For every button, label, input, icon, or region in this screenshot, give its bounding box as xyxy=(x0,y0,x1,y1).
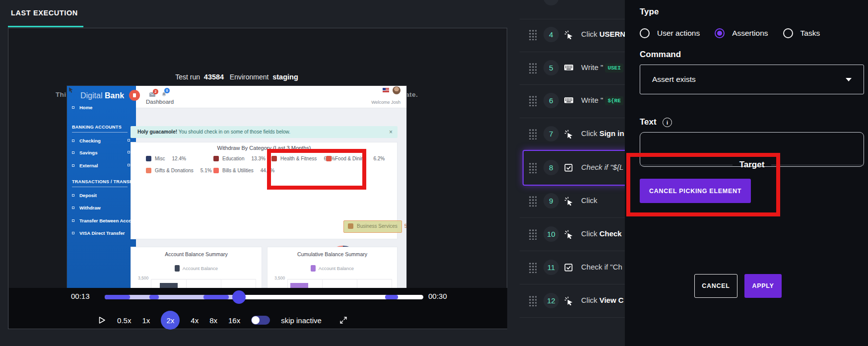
drag-handle-icon[interactable] xyxy=(529,95,536,106)
drag-handle-icon[interactable] xyxy=(529,129,536,139)
square-bullet-icon xyxy=(128,139,130,141)
legend-business-services: Business Services5.2% xyxy=(348,223,406,229)
drag-handle-icon[interactable] xyxy=(529,196,536,207)
type-radio-group: User actions Assertions Tasks xyxy=(640,28,820,38)
apply-button[interactable]: APPLY xyxy=(744,274,782,298)
annotation-box-legend xyxy=(267,149,366,190)
cursor-click-icon xyxy=(564,197,573,206)
sidebar-item-visa-direct-transfer[interactable]: VISA Direct Transfer xyxy=(72,230,125,236)
alert-bold: Holy guacamole! xyxy=(137,129,177,135)
speed-4x[interactable]: 4x xyxy=(191,316,199,325)
drag-handle-icon[interactable] xyxy=(529,229,536,240)
cursor-click-icon xyxy=(564,30,573,39)
step-3-partial xyxy=(543,0,559,5)
picked-element-highlight: Business Services5.2% xyxy=(343,220,402,233)
drag-handle-icon[interactable] xyxy=(529,295,536,306)
scrubber-thumb[interactable] xyxy=(232,290,246,304)
speed-1x[interactable]: 1x xyxy=(142,316,150,325)
sidebar-item-deposit[interactable]: Deposit xyxy=(72,193,97,198)
command-select[interactable]: Assert exists xyxy=(640,65,864,94)
sidebar-item-savings[interactable]: Savings xyxy=(72,150,97,155)
environment-value: staging xyxy=(272,73,298,81)
radio-circle-icon xyxy=(640,28,650,38)
skip-inactive-toggle[interactable] xyxy=(251,316,270,325)
bell-badge: 0 xyxy=(164,88,170,93)
alert-close-icon[interactable]: × xyxy=(389,129,393,136)
square-bullet-icon xyxy=(72,194,74,197)
timeline-scrubber[interactable] xyxy=(105,295,423,299)
square-bullet-icon xyxy=(72,139,74,142)
mail-badge: 2 xyxy=(153,89,158,94)
avatar[interactable] xyxy=(393,86,401,94)
cancel-button[interactable]: CANCEL xyxy=(694,274,737,298)
sidebar-item-withdraw[interactable]: Withdraw xyxy=(72,205,101,210)
page-title: Dashboard xyxy=(146,99,174,105)
speed-0-5x[interactable]: 0.5x xyxy=(117,316,131,325)
card-title: Account Balance Summary xyxy=(131,251,262,257)
radio-selected-icon xyxy=(715,28,725,38)
speed-8x[interactable]: 8x xyxy=(209,316,217,325)
test-editor-app: LAST EXECUTION Test run 43584 Environmen… xyxy=(0,0,868,346)
legend-gifts-donations: Gifts & Donations5.1% xyxy=(146,168,212,173)
test-run-info: Test run 43584 Environment staging xyxy=(8,73,465,81)
text-heading: Text xyxy=(640,117,657,127)
drag-handle-icon[interactable] xyxy=(529,63,536,73)
bar-account-balance xyxy=(160,283,178,288)
cursor-click-icon xyxy=(564,296,573,305)
square-bullet-icon xyxy=(72,207,74,209)
sidebar-item-checking[interactable]: Checking xyxy=(72,138,101,143)
step-number: 7 xyxy=(543,126,559,141)
square-bullet-icon xyxy=(72,106,74,109)
tab-last-execution[interactable]: LAST EXECUTION xyxy=(11,9,78,17)
play-icon[interactable] xyxy=(97,316,106,325)
account-balance-card: Account Balance Summary Account Balance … xyxy=(131,247,262,288)
speed-2x-active[interactable]: 2x xyxy=(161,311,180,330)
step-number: 8 xyxy=(543,160,559,175)
variable-chip: USEI xyxy=(605,64,623,72)
bank-topbar: Dashboard Welcome Josh xyxy=(136,86,406,108)
square-bullet-icon xyxy=(128,164,130,166)
square-bullet-icon xyxy=(72,232,74,234)
drag-handle-icon[interactable] xyxy=(529,29,536,40)
total-time: 00:30 xyxy=(428,292,447,300)
step-number: 10 xyxy=(543,226,559,242)
drag-handle-icon[interactable] xyxy=(529,162,536,173)
bank-logo: Digital Bank xyxy=(80,91,124,100)
sidebar-item-external[interactable]: External xyxy=(72,163,98,168)
cursor-click-icon xyxy=(564,230,573,239)
chevron-down-icon xyxy=(846,78,852,81)
bank-sidebar: Digital Bank Home BANKING ACCOUNTS Check… xyxy=(67,86,136,288)
radio-circle-icon xyxy=(783,28,793,38)
sidebar-divider xyxy=(72,187,128,187)
step-number: 11 xyxy=(543,260,559,275)
drag-handle-icon[interactable] xyxy=(529,262,536,273)
radio-assertions-selected[interactable]: Assertions xyxy=(715,28,768,38)
sidebar-item-home[interactable]: Home xyxy=(72,105,92,110)
speed-16x[interactable]: 16x xyxy=(228,316,240,325)
square-bullet-icon xyxy=(72,219,74,222)
fullscreen-icon[interactable] xyxy=(339,316,347,324)
type-heading: Type xyxy=(640,7,659,17)
radio-user-actions[interactable]: User actions xyxy=(640,28,700,38)
square-bullet-icon xyxy=(128,151,130,153)
sidebar-section-banking: BANKING ACCOUNTS xyxy=(72,125,122,130)
video-player-bar: 00:13 00:30 0.5x 1x 2x 4x 8x 16x skip in… xyxy=(9,288,507,329)
step-number: 6 xyxy=(543,93,559,108)
bar-account-balance xyxy=(290,283,308,288)
legend-education: Education13.3% xyxy=(213,156,266,161)
flag-icon xyxy=(383,88,389,92)
cumulative-balance-card: Cumulative Balance Summary Account Balan… xyxy=(267,247,398,288)
square-bullet-icon xyxy=(72,164,74,167)
command-heading: Command xyxy=(640,50,681,60)
test-run-label: Test run xyxy=(175,73,200,81)
info-icon[interactable]: i xyxy=(663,118,672,127)
alert-text: You should check in on some of those fie… xyxy=(177,129,290,135)
step-number: 5 xyxy=(543,60,559,75)
welcome-text: Welcome Josh xyxy=(371,100,401,105)
skip-inactive-label: skip inactive xyxy=(281,316,322,325)
tab-active-underline xyxy=(8,26,83,27)
test-run-value: 43584 xyxy=(204,73,224,81)
y-axis-label: 3,500 xyxy=(138,276,148,280)
step-number: 9 xyxy=(543,193,559,208)
radio-tasks[interactable]: Tasks xyxy=(783,28,820,38)
